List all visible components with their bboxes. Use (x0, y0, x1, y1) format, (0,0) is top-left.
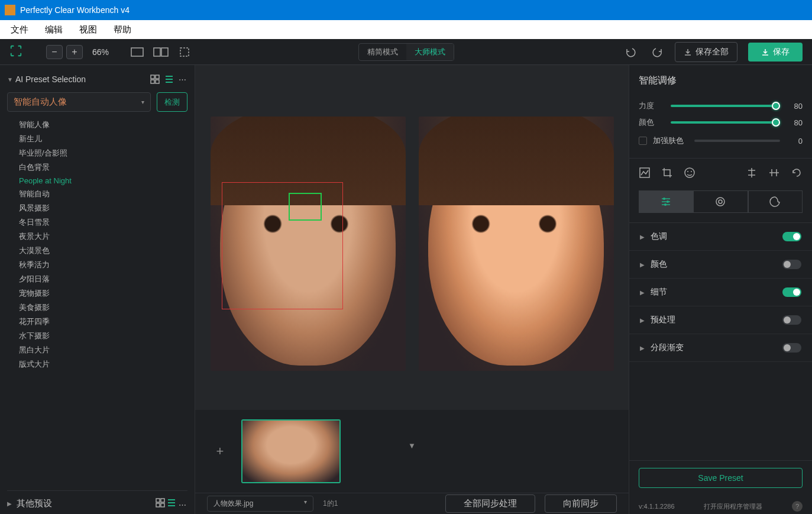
view-crop-icon[interactable] (177, 47, 192, 57)
tab-eye[interactable] (693, 190, 748, 213)
expand-triangle-icon: ▶ (640, 289, 645, 296)
slider-row: 力度 80 (629, 98, 812, 114)
accordion-label: 分段渐变 (651, 342, 684, 353)
list-view-icon[interactable] (167, 498, 176, 507)
filmstrip-collapse-icon[interactable]: ▼ (408, 441, 416, 450)
tab-adjustments[interactable] (639, 190, 693, 213)
grid-view-icon[interactable] (156, 498, 165, 507)
accordion-item[interactable]: ▶色调 (629, 223, 812, 251)
preset-list: 智能人像新生儿毕业照/合影照白色背景People at Night智能自动风景摄… (7, 118, 187, 484)
bottom-bar: 人物效果.jpg▾ 1的1 全部同步处理 向前同步 (195, 493, 629, 514)
sync-forward-button[interactable]: 向前同步 (545, 494, 617, 513)
svg-rect-8 (156, 499, 160, 502)
face-icon[interactable] (684, 167, 695, 179)
app-icon (5, 5, 15, 15)
svg-point-18 (664, 203, 667, 206)
thumbnail-selected[interactable] (241, 419, 341, 483)
redo-icon[interactable] (651, 46, 664, 59)
preset-item[interactable]: People at Night (19, 174, 187, 187)
save-button[interactable]: 保存 (748, 43, 803, 62)
menu-file[interactable]: 文件 (2, 22, 37, 38)
toggle-switch[interactable] (782, 232, 801, 241)
save-preset-button[interactable]: Save Preset (639, 468, 803, 488)
save-all-button[interactable]: 保存全部 (675, 42, 737, 62)
expand-triangle-icon: ▶ (640, 345, 645, 351)
download-icon (684, 48, 692, 56)
image-compare-area[interactable] (195, 65, 629, 410)
slider-knob[interactable] (772, 102, 780, 110)
toggle-switch[interactable] (782, 343, 801, 353)
toggle-switch[interactable] (782, 315, 801, 325)
help-icon[interactable]: ? (792, 501, 803, 512)
menu-edit[interactable]: 编辑 (37, 22, 71, 38)
preset-item[interactable]: 毕业照/合影照 (19, 146, 187, 160)
toggle-switch[interactable] (782, 287, 801, 297)
preset-item[interactable]: 冬日雪景 (19, 215, 187, 229)
preset-item[interactable]: 大漠景色 (19, 244, 187, 258)
version-label: v:4.1.1.2286 (639, 503, 675, 510)
preset-item[interactable]: 秋季活力 (19, 258, 187, 272)
sync-all-button[interactable]: 全部同步处理 (445, 494, 535, 513)
preset-section-header[interactable]: ▼ AI Preset Selection (7, 75, 86, 84)
preset-dropdown[interactable]: 智能自动人像▾ (7, 92, 151, 112)
left-panel: ▼ AI Preset Selection ⋯ 智能自动人像▾ 检测 智能人像新… (0, 65, 195, 514)
zoom-in-button[interactable]: + (66, 45, 83, 59)
slider-knob[interactable] (772, 118, 780, 127)
accordion-label: 预处理 (651, 315, 675, 325)
preset-item[interactable]: 版式大片 (19, 357, 187, 371)
other-presets-header[interactable]: ▶ 其他预设 (7, 498, 52, 509)
slider-row: 颜色 80 (629, 114, 812, 131)
slider-track[interactable] (671, 105, 780, 107)
more-menu-icon[interactable]: ⋯ (179, 500, 187, 509)
crop-logo-icon[interactable] (9, 44, 22, 59)
accordion-item[interactable]: ▶预处理 (629, 306, 812, 334)
rotate-icon[interactable] (791, 167, 803, 179)
menu-view[interactable]: 视图 (71, 22, 105, 38)
tab-palette[interactable] (748, 190, 803, 213)
preset-item[interactable]: 宠物摄影 (19, 286, 187, 300)
preset-item[interactable]: 黑白大片 (19, 343, 187, 357)
more-menu-icon[interactable]: ⋯ (179, 75, 187, 84)
preset-item[interactable]: 新生儿 (19, 132, 187, 146)
accordion-label: 颜色 (651, 259, 667, 270)
accordion-item[interactable]: ▶颜色 (629, 251, 812, 279)
histogram-icon[interactable] (639, 167, 651, 179)
accordion-item[interactable]: ▶分段渐变 (629, 334, 812, 362)
detect-button[interactable]: 检测 (157, 92, 187, 112)
preset-item[interactable]: 夕阳日落 (19, 272, 187, 286)
expand-triangle-icon: ▼ (7, 76, 13, 83)
crop-icon[interactable] (661, 167, 673, 179)
enhance-skin-slider[interactable] (694, 140, 780, 142)
zoom-out-button[interactable]: − (46, 45, 63, 59)
view-single-icon[interactable] (130, 47, 144, 57)
preset-item[interactable]: 花开四季 (19, 315, 187, 329)
preset-item[interactable]: 美食摄影 (19, 300, 187, 315)
svg-rect-6 (151, 80, 154, 83)
preset-item[interactable]: 夜景大片 (19, 229, 187, 244)
slider-label: 力度 (639, 101, 665, 111)
preset-item[interactable]: 智能人像 (19, 118, 187, 132)
file-dropdown[interactable]: 人物效果.jpg▾ (207, 496, 313, 512)
flip-vertical-icon[interactable] (746, 167, 758, 179)
slider-track[interactable] (671, 121, 780, 124)
open-manager-link[interactable]: 打开应用程序管理器 (704, 502, 762, 511)
slider-label: 颜色 (639, 117, 665, 128)
mode-master[interactable]: 大师模式 (406, 44, 454, 60)
preset-item[interactable]: 水下摄影 (19, 329, 187, 343)
flip-horizontal-icon[interactable] (768, 167, 780, 179)
view-split-icon[interactable] (153, 47, 169, 57)
enhance-skin-label: 加强肤色 (653, 135, 688, 146)
mode-simple[interactable]: 精简模式 (359, 44, 406, 60)
preset-item[interactable]: 白色背景 (19, 160, 187, 174)
preset-item[interactable]: 智能自动 (19, 187, 187, 201)
add-image-button[interactable]: + (207, 419, 233, 483)
enhance-skin-checkbox[interactable] (639, 137, 647, 145)
preset-item[interactable]: 风景摄影 (19, 201, 187, 215)
grid-view-icon[interactable] (150, 75, 160, 84)
filmstrip: + (195, 410, 629, 493)
toggle-switch[interactable] (782, 260, 801, 269)
list-view-icon[interactable] (164, 75, 174, 84)
accordion-item[interactable]: ▶细节 (629, 279, 812, 306)
undo-icon[interactable] (624, 46, 637, 59)
menu-help[interactable]: 帮助 (105, 22, 140, 38)
